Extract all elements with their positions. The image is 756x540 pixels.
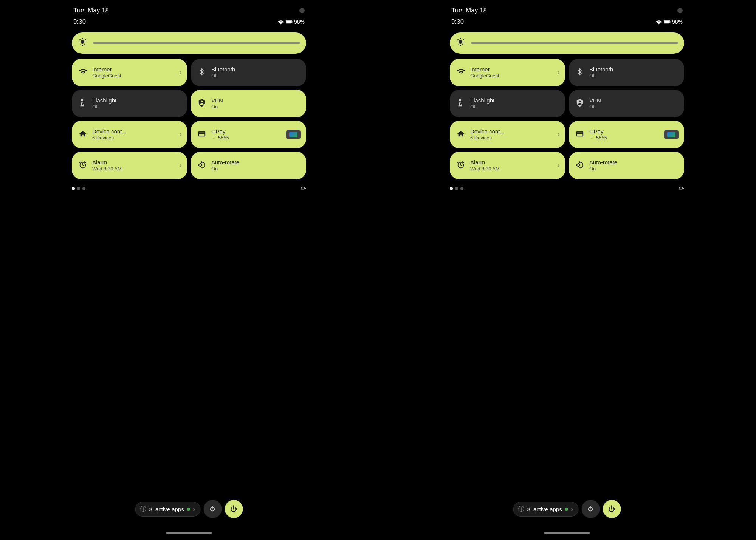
tile-label: Auto-rotate (211, 159, 239, 166)
tile-info: Internet GoogleGuest (470, 66, 499, 79)
tile-sub: Off (211, 73, 235, 79)
tile-label: Internet (470, 66, 499, 73)
date-text: Tue, May 18 (451, 7, 487, 14)
tile-bluetooth[interactable]: Bluetooth Off (569, 59, 684, 86)
brightness-icon (456, 37, 465, 49)
tile-device[interactable]: Device cont... 6 Devices › (450, 121, 565, 148)
tile-icon-wifi (456, 68, 466, 78)
tiles-grid: Internet GoogleGuest › Bluetooth Off Fla… (72, 59, 306, 179)
brightness-bar[interactable] (450, 32, 684, 54)
svg-rect-4 (670, 22, 671, 23)
tile-gpay[interactable]: GPay ···· 5555 (191, 121, 306, 148)
tile-info: Flashlight Off (92, 97, 116, 110)
tile-arrow: › (180, 162, 182, 169)
date-text: Tue, May 18 (73, 7, 109, 14)
power-button[interactable]: ⏻ (225, 500, 243, 518)
info-icon: ⓘ (518, 505, 524, 513)
tile-info: Alarm Wed 8:30 AM (470, 159, 500, 172)
tile-vpn[interactable]: VPN Off (569, 90, 684, 117)
status-bar: Tue, May 18 9:30 98% (72, 7, 306, 32)
pagination-row: ✏ (72, 184, 306, 193)
battery-icon (286, 19, 293, 25)
tile-vpn[interactable]: VPN On (191, 90, 306, 117)
brightness-track[interactable] (93, 42, 300, 44)
tile-internet[interactable]: Internet GoogleGuest › (72, 59, 187, 86)
tile-alarm[interactable]: Alarm Wed 8:30 AM › (72, 152, 187, 179)
active-apps-count: 3 (149, 506, 152, 512)
tile-flashlight[interactable]: Flashlight Off (450, 90, 565, 117)
tile-sub: Off (589, 73, 613, 79)
tile-autorotate[interactable]: Auto-rotate On (191, 152, 306, 179)
tile-icon-alarm (78, 161, 88, 171)
dot-1 (72, 187, 75, 190)
tile-info: GPay ···· 5555 (211, 128, 229, 141)
tile-icon-bluetooth (197, 68, 207, 78)
tile-icon-gpay (575, 130, 585, 140)
pagination-row: ✏ (450, 184, 684, 193)
tile-info: Auto-rotate On (211, 159, 239, 172)
tile-label: Bluetooth (211, 66, 235, 73)
svg-rect-5 (664, 21, 669, 23)
tile-sub: GoogleGuest (92, 73, 121, 79)
settings-button[interactable]: ⚙ (581, 500, 600, 518)
settings-button[interactable]: ⚙ (203, 500, 222, 518)
tile-label: GPay (589, 128, 607, 135)
pill-arrow: › (571, 506, 573, 512)
tile-icon-gpay (197, 130, 207, 140)
power-button[interactable]: ⏻ (603, 500, 621, 518)
dot-1 (450, 187, 453, 190)
time-text: 9:30 (73, 18, 86, 26)
tile-info: Auto-rotate On (589, 159, 617, 172)
status-top: Tue, May 18 (450, 7, 684, 14)
dot-2 (455, 187, 458, 190)
brightness-bar[interactable] (72, 32, 306, 54)
tile-internet[interactable]: Internet GoogleGuest › (450, 59, 565, 86)
active-apps-pill[interactable]: ⓘ 3 active apps › (513, 502, 579, 517)
svg-rect-1 (292, 22, 293, 23)
tile-autorotate[interactable]: Auto-rotate On (569, 152, 684, 179)
tile-flashlight[interactable]: Flashlight Off (72, 90, 187, 117)
edit-icon[interactable]: ✏ (301, 184, 306, 193)
tile-sub: Off (589, 104, 601, 110)
tile-label: Internet (92, 66, 121, 73)
panels-container: Tue, May 18 9:30 98% (0, 0, 756, 540)
dot-2 (77, 187, 80, 190)
gpay-card (664, 130, 679, 139)
time-text: 9:30 (451, 18, 464, 26)
home-indicator (544, 532, 590, 534)
tile-arrow: › (558, 69, 560, 76)
tile-info: Alarm Wed 8:30 AM (92, 159, 122, 172)
status-icons: 98% (655, 19, 683, 25)
brightness-track[interactable] (471, 42, 678, 44)
edit-icon[interactable]: ✏ (679, 184, 684, 193)
status-top: Tue, May 18 (72, 7, 306, 14)
svg-rect-2 (286, 21, 291, 23)
tile-arrow: › (180, 131, 182, 138)
camera-dot (299, 8, 305, 13)
battery-text: 98% (294, 19, 305, 25)
tile-label: Auto-rotate (589, 159, 617, 166)
tile-icon-alarm (456, 161, 466, 171)
tile-device[interactable]: Device cont... 6 Devices › (72, 121, 187, 148)
tile-info: Flashlight Off (470, 97, 494, 110)
tile-label: Alarm (92, 159, 122, 166)
green-dot (565, 508, 568, 511)
tile-info: VPN On (211, 97, 223, 110)
tile-label: Device cont... (92, 128, 127, 135)
tile-sub: Off (92, 104, 116, 110)
tile-icon-rotate (197, 161, 207, 171)
tile-alarm[interactable]: Alarm Wed 8:30 AM › (450, 152, 565, 179)
active-apps-count: 3 (527, 506, 530, 512)
tile-bluetooth[interactable]: Bluetooth Off (191, 59, 306, 86)
tile-sub: Wed 8:30 AM (92, 166, 122, 172)
active-apps-pill[interactable]: ⓘ 3 active apps › (135, 502, 201, 517)
tile-sub: ···· 5555 (211, 135, 229, 141)
tile-gpay[interactable]: GPay ···· 5555 (569, 121, 684, 148)
tile-icon-flashlight (78, 99, 88, 109)
bottom-bar: ⓘ 3 active apps › ⚙ ⏻ (513, 500, 621, 518)
tile-info: Bluetooth Off (589, 66, 613, 79)
tile-sub: 6 Devices (92, 135, 127, 141)
gpay-card (286, 130, 301, 139)
tile-icon-rotate (575, 161, 585, 171)
pagination-dots (450, 187, 463, 190)
